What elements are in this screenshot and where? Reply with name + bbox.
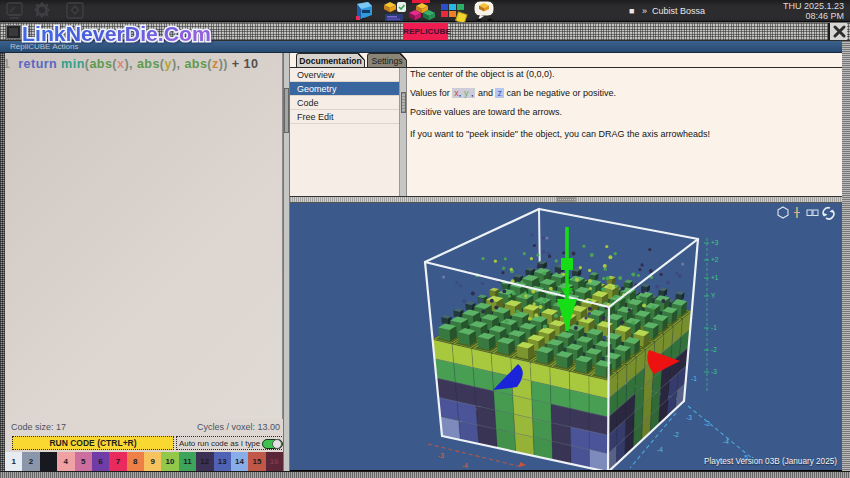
svg-text:-4: -4 xyxy=(723,438,729,445)
svg-text:-4: -4 xyxy=(462,462,468,469)
svg-text:+1: +1 xyxy=(711,274,719,281)
svg-text:LinkNeverDie.Com: LinkNeverDie.Com xyxy=(22,22,211,45)
svg-text:+3: +3 xyxy=(711,239,719,246)
svg-text:-2: -2 xyxy=(711,346,717,353)
svg-text:-3: -3 xyxy=(438,452,444,459)
svg-text:-3: -3 xyxy=(686,414,692,421)
svg-text:-4: -4 xyxy=(657,446,663,453)
svg-text:-2: -2 xyxy=(704,420,710,427)
svg-text:-1: -1 xyxy=(711,324,717,331)
svg-text:-3: -3 xyxy=(711,368,717,375)
svg-text:Y: Y xyxy=(711,292,716,299)
svg-text:-2: -2 xyxy=(673,431,679,438)
svg-text:-1: -1 xyxy=(691,375,697,382)
svg-text:+2: +2 xyxy=(711,256,719,263)
